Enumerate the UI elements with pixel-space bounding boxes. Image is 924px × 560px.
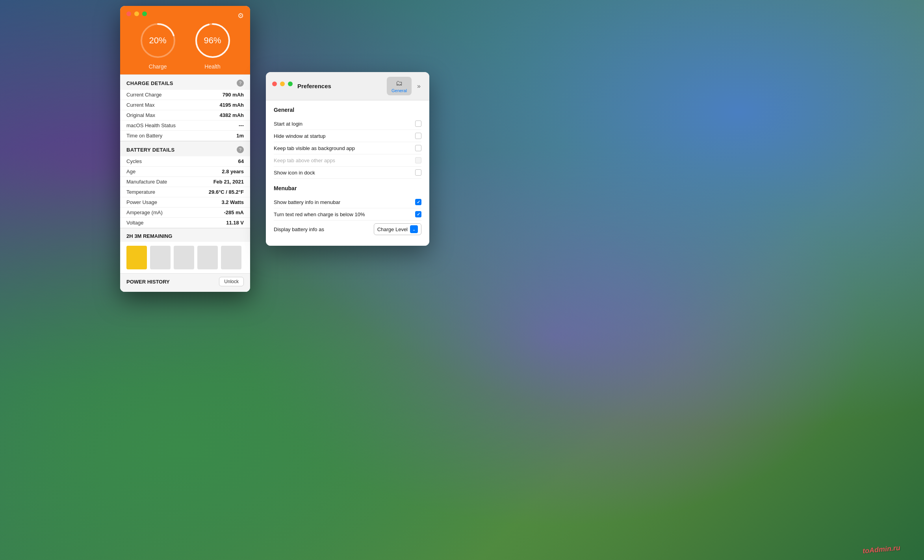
minimize-button[interactable]	[134, 11, 139, 16]
menubar-section-title: Menubar	[274, 185, 421, 191]
detail-label: Temperature	[126, 189, 155, 195]
detail-row: Cycles64	[120, 156, 250, 167]
maximize-button[interactable]	[142, 11, 147, 16]
menubar-rows-container: Show battery info in menubarTurn text re…	[274, 196, 421, 221]
battery-details-title: BATTERY DETAILS	[126, 147, 174, 153]
menubar-pref-label: Turn text red when charge is below 10%	[274, 211, 365, 217]
menubar-section: Menubar Show battery info in menubarTurn…	[274, 185, 421, 238]
pref-label: Start at login	[274, 121, 302, 127]
display-battery-value: Charge Level	[377, 226, 408, 232]
preferences-window: Preferences 🗂 General » General Start at…	[266, 72, 429, 246]
detail-label: Cycles	[126, 158, 142, 164]
pref-label: Hide window at startup	[274, 133, 326, 139]
pref-checkbox[interactable]	[415, 121, 421, 127]
menubar-checkbox[interactable]	[415, 199, 421, 205]
detail-row: Original Max4382 mAh	[120, 110, 250, 121]
detail-row: Time on Battery1m	[120, 131, 250, 141]
detail-row: Amperage (mA)-285 mA	[120, 208, 250, 218]
general-rows-container: Start at loginHide window at startupKeep…	[274, 118, 421, 179]
detail-value: 1m	[236, 133, 244, 139]
battery-body: CHARGE DETAILS ? Current Charge790 mAhCu…	[120, 74, 250, 292]
detail-value: 11.18 V	[226, 220, 244, 226]
prefs-row: Keep tab visible as background app	[274, 142, 421, 154]
power-history-title: POWER HISTORY	[126, 279, 170, 285]
charge-help-button[interactable]: ?	[237, 80, 244, 87]
unlock-button[interactable]: Unlock	[219, 277, 244, 286]
charge-rows: Current Charge790 mAhCurrent Max4195 mAh…	[120, 90, 250, 141]
menubar-pref-row: Show battery info in menubar	[274, 196, 421, 208]
menubar-pref-label: Show battery info in menubar	[274, 199, 340, 205]
detail-value: -285 mA	[224, 210, 244, 215]
charge-details-header: CHARGE DETAILS ?	[120, 74, 250, 90]
prefs-row: Keep tab above other apps	[274, 154, 421, 167]
tab-general[interactable]: 🗂 General	[387, 77, 412, 95]
battery-rows: Cycles64Age2.8 yearsManufacture DateFeb …	[120, 156, 250, 228]
detail-label: Original Max	[126, 112, 155, 118]
general-tab-icon: 🗂	[396, 79, 403, 87]
battery-details-header: BATTERY DETAILS ?	[120, 141, 250, 156]
power-bar-5	[221, 246, 241, 269]
detail-row: Voltage11.18 V	[120, 218, 250, 228]
detail-row: Current Charge790 mAh	[120, 90, 250, 100]
charge-circle: 20%	[138, 21, 178, 60]
charge-value: 20%	[138, 21, 178, 60]
charge-gauge: 20% Charge	[138, 21, 178, 74]
detail-label: Voltage	[126, 220, 143, 226]
pref-label: Keep tab above other apps	[274, 158, 335, 163]
battery-header: ⚙ 20% Charge	[120, 6, 250, 74]
pref-checkbox[interactable]	[415, 133, 421, 139]
close-button[interactable]	[126, 11, 131, 16]
general-section-title: General	[274, 107, 421, 113]
power-bar-1	[126, 246, 147, 269]
remaining-section: 2H 3M REMAINING	[120, 228, 250, 242]
health-circle: 96%	[193, 21, 232, 60]
battery-window: ⚙ 20% Charge	[120, 6, 250, 292]
detail-label: Age	[126, 169, 135, 174]
gear-icon[interactable]: ⚙	[237, 11, 244, 20]
menubar-pref-row: Turn text red when charge is below 10%	[274, 208, 421, 221]
detail-value: ---	[239, 122, 244, 128]
prefs-toolbar: 🗂 General »	[387, 77, 423, 95]
detail-row: Manufacture DateFeb 21, 2021	[120, 177, 250, 187]
detail-row: Age2.8 years	[120, 167, 250, 177]
health-gauge: 96% Health	[193, 21, 232, 74]
power-bar-4	[197, 246, 218, 269]
prefs-close-button[interactable]	[272, 82, 277, 86]
detail-value: 3.2 Watts	[221, 199, 244, 205]
detail-label: Power Usage	[126, 199, 157, 205]
display-battery-row: Display battery info as Charge Level ⌄	[274, 221, 421, 238]
power-history-section: POWER HISTORY Unlock	[120, 273, 250, 292]
remaining-title: 2H 3M REMAINING	[126, 233, 172, 239]
detail-value: 29.6°C / 85.2°F	[209, 189, 244, 195]
detail-label: Current Charge	[126, 92, 162, 98]
select-arrow-icon: ⌄	[410, 225, 418, 233]
detail-label: Current Max	[126, 102, 155, 108]
prefs-minimize-button[interactable]	[280, 82, 285, 86]
prefs-titlebar: Preferences 🗂 General »	[266, 72, 429, 100]
battery-gauges: 20% Charge 96% Health	[126, 21, 244, 74]
detail-label: Amperage (mA)	[126, 210, 163, 215]
general-tab-label: General	[391, 88, 407, 93]
health-label: Health	[204, 63, 220, 74]
detail-row: macOS Health Status---	[120, 121, 250, 131]
charge-label: Charge	[149, 63, 167, 74]
more-tabs-button[interactable]: »	[415, 80, 423, 92]
detail-row: Power Usage3.2 Watts	[120, 197, 250, 208]
charge-details-title: CHARGE DETAILS	[126, 80, 173, 86]
display-battery-select[interactable]: Charge Level ⌄	[374, 223, 421, 235]
window-controls	[126, 11, 244, 16]
prefs-window-controls	[272, 82, 293, 86]
detail-value: 790 mAh	[223, 92, 244, 98]
detail-row: Current Max4195 mAh	[120, 100, 250, 110]
menubar-checkbox[interactable]	[415, 211, 421, 217]
prefs-title: Preferences	[297, 83, 382, 89]
prefs-maximize-button[interactable]	[288, 82, 293, 86]
pref-checkbox	[415, 157, 421, 163]
pref-label: Keep tab visible as background app	[274, 145, 355, 151]
detail-label: macOS Health Status	[126, 122, 176, 128]
display-battery-label: Display battery info as	[274, 226, 324, 232]
pref-checkbox[interactable]	[415, 169, 421, 176]
pref-checkbox[interactable]	[415, 145, 421, 151]
battery-help-button[interactable]: ?	[237, 146, 244, 153]
detail-label: Time on Battery	[126, 133, 162, 139]
